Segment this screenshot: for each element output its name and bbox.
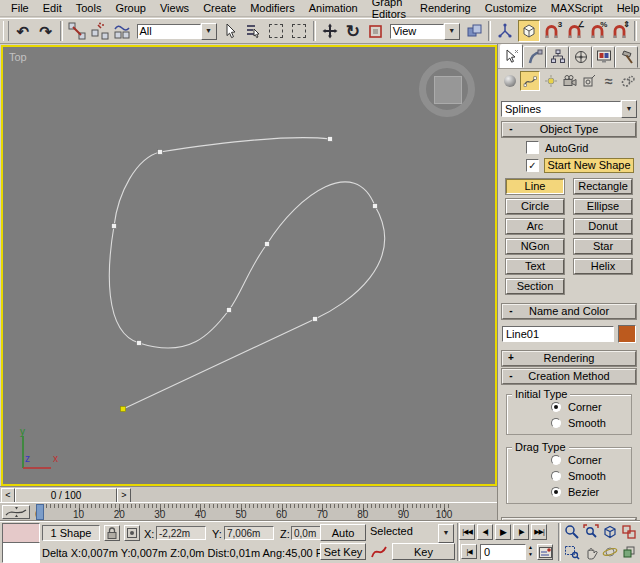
- menu-modifiers[interactable]: Modifiers: [243, 1, 302, 15]
- spline-vertex[interactable]: [313, 317, 318, 322]
- set-key-button[interactable]: Set Key: [320, 543, 366, 560]
- object-type-line-button[interactable]: Line: [506, 179, 564, 194]
- menu-customize[interactable]: Customize: [478, 1, 544, 15]
- key-mode-toggle-button[interactable]: |◀: [461, 544, 477, 559]
- x-coord-field[interactable]: -2,22m: [156, 526, 206, 540]
- drag-type-corner-radio[interactable]: Corner: [551, 454, 631, 466]
- object-type-rectangle-button[interactable]: Rectangle: [574, 179, 632, 194]
- tab-utilities[interactable]: [615, 46, 638, 68]
- menu-maxscript[interactable]: MAXScript: [544, 1, 610, 15]
- key-filters-button[interactable]: Key Filters...: [392, 543, 455, 560]
- tab-create[interactable]: [500, 44, 523, 68]
- chevron-down-icon[interactable]: ▼: [444, 23, 460, 40]
- spline-vertex[interactable]: [265, 242, 270, 247]
- menu-animation[interactable]: Animation: [302, 1, 365, 15]
- region-zoom-button[interactable]: [562, 542, 581, 562]
- object-type-ngon-button[interactable]: NGon: [506, 239, 564, 254]
- absolute-offset-toggle-button[interactable]: [124, 525, 140, 541]
- object-name-field[interactable]: Line01: [502, 326, 614, 342]
- spline-vertex[interactable]: [227, 308, 232, 313]
- spline-vertex[interactable]: [137, 341, 142, 346]
- menu-edit[interactable]: Edit: [36, 1, 69, 15]
- autogrid-checkbox[interactable]: [526, 141, 539, 154]
- maxscript-mini-listener-script[interactable]: [2, 542, 40, 563]
- select-object-button[interactable]: [221, 20, 242, 42]
- time-slider-handle[interactable]: 0 / 100: [15, 488, 117, 503]
- menu-group[interactable]: Group: [108, 1, 153, 15]
- drag-type-smooth-radio[interactable]: Smooth: [551, 470, 631, 482]
- spline-vertex[interactable]: [158, 150, 163, 155]
- select-and-manipulate-button[interactable]: [495, 20, 516, 42]
- spline-first-vertex[interactable]: [121, 407, 126, 412]
- menu-file[interactable]: File: [4, 1, 36, 15]
- category-lights[interactable]: [542, 72, 559, 90]
- track-bar[interactable]: 0102030405060708090100: [0, 502, 497, 521]
- spline-vertex[interactable]: [373, 204, 378, 209]
- category-systems[interactable]: [620, 72, 637, 90]
- tab-motion[interactable]: [569, 46, 592, 68]
- select-and-move-button[interactable]: [320, 20, 341, 42]
- current-frame-field[interactable]: 0: [480, 544, 526, 560]
- window-crossing-toggle-button[interactable]: [288, 20, 309, 42]
- start-new-shape-button[interactable]: Start New Shape: [544, 158, 634, 173]
- menu-rendering[interactable]: Rendering: [413, 1, 478, 15]
- named-selection-set-dropdown[interactable]: All ▼: [137, 23, 217, 40]
- pan-button[interactable]: [581, 542, 600, 562]
- category-geometry[interactable]: [501, 72, 518, 90]
- chevron-down-icon[interactable]: ▼: [438, 524, 454, 543]
- rollout-name-and-color[interactable]: -Name and Color: [502, 304, 636, 319]
- object-type-circle-button[interactable]: Circle: [506, 199, 564, 214]
- spinner-snap-button[interactable]: ⇕: [609, 20, 630, 42]
- zoom-button[interactable]: [562, 522, 581, 542]
- set-key-curve-icon[interactable]: [371, 544, 387, 562]
- object-type-donut-button[interactable]: Donut: [574, 219, 632, 234]
- zoom-all-button[interactable]: [581, 522, 600, 542]
- object-type-text-button[interactable]: Text: [506, 259, 564, 274]
- rollout-creation-method[interactable]: -Creation Method: [502, 369, 636, 384]
- menu-views[interactable]: Views: [153, 1, 196, 15]
- maximize-viewport-toggle-button[interactable]: [619, 542, 638, 562]
- top-viewport[interactable]: Top y x z: [1, 45, 497, 486]
- arc-rotate-button[interactable]: [600, 542, 619, 562]
- tab-hierarchy[interactable]: [546, 46, 569, 68]
- reference-coordsys-dropdown[interactable]: View ▼: [390, 23, 460, 40]
- maxscript-mini-listener-macro[interactable]: [2, 523, 40, 544]
- y-coord-field[interactable]: 7,006m: [224, 526, 274, 540]
- object-type-star-button[interactable]: Star: [574, 239, 632, 254]
- named-selection-value[interactable]: All: [137, 24, 201, 39]
- select-and-link-button[interactable]: [67, 20, 88, 42]
- frame-spinner[interactable]: ▲▼: [528, 544, 533, 558]
- spline-vertex[interactable]: [112, 224, 117, 229]
- unlink-selection-button[interactable]: [89, 20, 110, 42]
- select-and-rotate-button[interactable]: ↻: [342, 20, 363, 42]
- undo-button[interactable]: ↶: [13, 20, 34, 42]
- time-configuration-button[interactable]: [537, 544, 553, 560]
- rollout-object-type[interactable]: -Object Type: [502, 122, 636, 137]
- shape-category-dropdown[interactable]: Splines ▼: [501, 100, 637, 118]
- object-type-helix-button[interactable]: Helix: [574, 259, 632, 274]
- selection-set-value[interactable]: Selected: [370, 524, 438, 539]
- time-slider-right-button[interactable]: >: [117, 488, 131, 503]
- use-pivot-point-button[interactable]: [464, 20, 485, 42]
- trackbar-ruler[interactable]: 0102030405060708090100: [36, 503, 456, 521]
- menu-create[interactable]: Create: [196, 1, 243, 15]
- snap-3d-button[interactable]: 3: [542, 20, 563, 42]
- angle-snap-button[interactable]: ∠: [564, 20, 585, 42]
- ref-coordsys-value[interactable]: View: [390, 24, 444, 39]
- play-button[interactable]: ▶: [495, 524, 511, 540]
- menu-tools[interactable]: Tools: [69, 1, 109, 15]
- chevron-down-icon[interactable]: ▼: [621, 100, 637, 118]
- select-by-name-button[interactable]: [243, 20, 264, 42]
- percent-snap-button[interactable]: %: [587, 20, 608, 42]
- auto-key-button[interactable]: Auto Key: [320, 524, 366, 541]
- start-new-shape-checkbox[interactable]: ✓: [526, 159, 539, 172]
- menu-help[interactable]: Help: [610, 1, 640, 15]
- time-slider-left-button[interactable]: <: [1, 488, 15, 503]
- initial-type-smooth-radio[interactable]: Smooth: [551, 417, 631, 429]
- object-color-swatch[interactable]: [618, 325, 636, 343]
- rollout-rendering[interactable]: +Rendering: [502, 351, 636, 366]
- category-helpers[interactable]: [581, 72, 598, 90]
- toolbar-drag-handle[interactable]: [3, 21, 9, 41]
- chevron-down-icon[interactable]: ▼: [201, 23, 217, 40]
- redo-button[interactable]: ↷: [35, 20, 56, 42]
